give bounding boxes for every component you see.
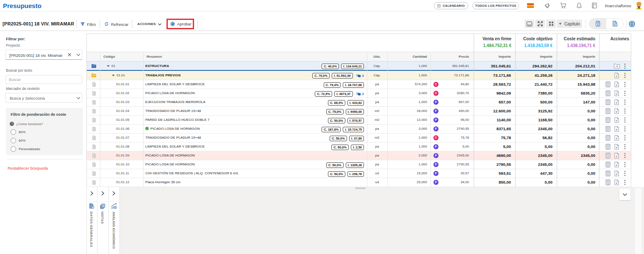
svg-text:?: ? bbox=[11, 122, 13, 125]
